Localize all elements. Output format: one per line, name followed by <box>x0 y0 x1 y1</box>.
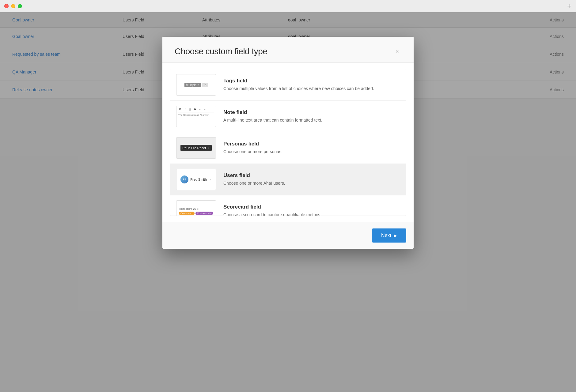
user-name-preview: Fred Smith <box>190 178 207 181</box>
note-italic: I <box>183 108 187 111</box>
tags-field-desc: Choose multiple values from a list of ch… <box>223 86 400 92</box>
tags-thumbnail: Multiple × Ta <box>176 74 216 96</box>
note-thumbnail: B I U S ≡ ≡ The UI should read "Convert <box>176 106 216 127</box>
scorecard-field-info: Scorecard field Choose a scorecard to ca… <box>223 204 400 216</box>
field-item-tags[interactable]: Multiple × Ta Tags field Choose multiple… <box>170 69 406 101</box>
user-preview: FS Fred Smith × <box>178 173 214 186</box>
tags-field-info: Tags field Choose multiple values from a… <box>223 78 400 92</box>
note-underline: U <box>188 108 192 111</box>
persona-tag: Paul: Pro Racer × <box>180 145 212 151</box>
user-remove: × <box>210 178 212 181</box>
note-field-name: Note field <box>223 109 400 115</box>
tag-multiple: Multiple × <box>184 83 201 87</box>
note-preview-text: The UI should read "Convert <box>178 114 214 117</box>
field-type-list: Multiple × Ta Tags field Choose multiple… <box>170 69 406 216</box>
users-field-info: Users field Choose one or more Aha! user… <box>223 172 400 187</box>
personas-field-desc: Choose one or more personas. <box>223 149 400 155</box>
modal-title: Choose custom field type <box>175 47 267 56</box>
field-item-users[interactable]: FS Fred Smith × Users field Choose one o… <box>170 164 406 195</box>
personas-field-info: Personas field Choose one or more person… <box>223 141 400 155</box>
score-tags: Customer c Customers in <box>179 212 213 215</box>
field-item-scorecard[interactable]: Total score 20 = Customer c Customers in… <box>170 195 406 216</box>
field-item-personas[interactable]: Paul: Pro Racer × Personas field Choose … <box>170 132 406 164</box>
users-thumbnail: FS Fred Smith × <box>176 169 216 190</box>
new-tab-button[interactable]: + <box>567 3 571 9</box>
traffic-lights <box>4 4 22 8</box>
score-tag-customer: Customer c <box>179 212 195 215</box>
next-arrow-icon: ▶ <box>394 233 397 238</box>
score-tag-customers-in: Customers in <box>195 212 213 215</box>
score-label: Total score 20 = <box>179 207 213 210</box>
note-field-info: Note field A multi-line text area that c… <box>223 109 400 123</box>
custom-field-type-modal: Choose custom field type × Multiple × Ta… <box>162 37 414 249</box>
main-content: Goal owner Users Field Attributes goal_o… <box>0 12 576 392</box>
tag-partial: Ta <box>202 83 208 87</box>
close-button[interactable] <box>4 4 9 8</box>
note-strike: S <box>193 108 197 111</box>
modal-close-button[interactable]: × <box>393 47 401 56</box>
users-field-name: Users field <box>223 172 400 179</box>
personas-field-name: Personas field <box>223 141 400 147</box>
note-field-desc: A multi-line text area that can contain … <box>223 117 400 123</box>
modal-header: Choose custom field type × <box>162 37 414 63</box>
scorecard-preview: Total score 20 = Customer c Customers in <box>176 205 216 216</box>
next-button-label: Next <box>381 233 391 238</box>
field-item-note[interactable]: B I U S ≡ ≡ The UI should read "Convert … <box>170 101 406 132</box>
scorecard-field-desc: Choose a scorecard to capture quantifiab… <box>223 212 400 216</box>
modal-footer: Next ▶ <box>162 222 414 249</box>
maximize-button[interactable] <box>18 4 22 8</box>
scorecard-thumbnail: Total score 20 = Customer c Customers in <box>176 200 216 216</box>
scorecard-field-name: Scorecard field <box>223 204 400 210</box>
user-avatar: FS <box>180 175 188 183</box>
minimize-button[interactable] <box>11 4 15 8</box>
note-list: ≡ <box>198 108 202 111</box>
personas-thumbnail: Paul: Pro Racer × <box>176 137 216 159</box>
tags-field-name: Tags field <box>223 78 400 84</box>
note-bold: B <box>178 108 182 111</box>
next-button[interactable]: Next ▶ <box>372 228 406 243</box>
window-chrome: + <box>0 0 576 12</box>
users-field-desc: Choose one or more Aha! users. <box>223 180 400 187</box>
note-ol: ≡ <box>203 108 207 111</box>
